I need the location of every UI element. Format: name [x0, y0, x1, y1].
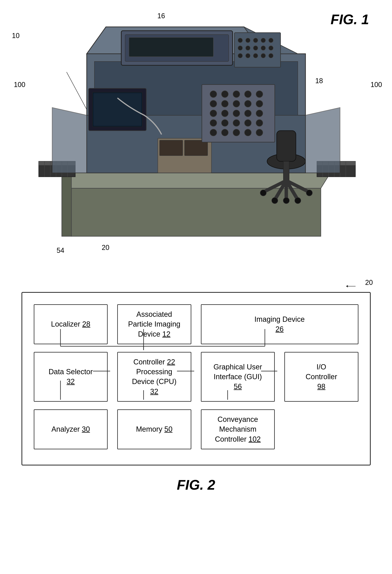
svg-point-71 [244, 129, 251, 136]
fig1-area: FIG. 1 10 12 16 18 20 54 100 100 [0, 0, 392, 273]
svg-point-40 [269, 53, 273, 58]
block-analyzer: Analyzer 30 [34, 409, 108, 449]
api-ref: 12 [162, 330, 170, 338]
localizer-ref: 28 [82, 320, 90, 328]
svg-point-56 [244, 100, 251, 107]
svg-point-62 [256, 110, 263, 117]
ref-10: 10 [12, 32, 19, 40]
svg-point-49 [222, 91, 228, 98]
svg-point-83 [272, 198, 278, 204]
dataselector-label: Data Selector32 [49, 367, 93, 387]
svg-marker-87 [305, 108, 340, 173]
imaging-ref: 26 [276, 325, 284, 333]
svg-point-50 [233, 91, 240, 98]
block-io-controller: I/OController98 [284, 352, 358, 402]
svg-point-31 [238, 46, 243, 50]
analyzer-label: Analyzer 30 [51, 424, 90, 434]
svg-rect-45 [160, 140, 183, 156]
svg-point-84 [295, 198, 301, 204]
dataselector-ref: 32 [67, 377, 75, 386]
analyzer-ref: 30 [82, 425, 90, 433]
svg-point-70 [233, 129, 240, 136]
svg-marker-90 [346, 285, 348, 287]
svg-point-69 [222, 129, 228, 136]
svg-point-33 [253, 46, 258, 50]
svg-point-63 [210, 120, 217, 126]
block-memory: Memory 50 [117, 409, 191, 449]
controller-ref1: 22 [167, 358, 175, 366]
svg-point-58 [210, 110, 217, 117]
svg-rect-24 [129, 38, 213, 57]
svg-point-61 [244, 110, 251, 117]
memory-ref: 50 [165, 425, 172, 433]
block-api-device: AssociatedParticle ImagingDevice 12 [117, 304, 191, 344]
ref-20-arrow [346, 282, 357, 290]
block-diagram: Localizer 28 AssociatedParticle ImagingD… [34, 304, 358, 449]
svg-point-32 [246, 46, 250, 50]
api-label: AssociatedParticle ImagingDevice 12 [128, 309, 180, 339]
svg-point-85 [283, 198, 289, 204]
gui-label: Graphical UserInterface (GUI)56 [214, 362, 262, 392]
svg-point-53 [210, 100, 217, 107]
svg-point-72 [256, 129, 263, 136]
svg-point-81 [260, 190, 266, 196]
block-gui: Graphical UserInterface (GUI)56 [201, 352, 275, 402]
svg-point-35 [269, 46, 273, 50]
svg-point-57 [256, 100, 263, 107]
conveyance-label: ConveyanceMechanismController 102 [215, 414, 261, 444]
svg-point-27 [246, 38, 250, 43]
conveyance-ref: 102 [248, 435, 261, 443]
svg-rect-46 [185, 140, 208, 156]
svg-point-82 [306, 190, 312, 196]
localizer-label: Localizer 28 [51, 319, 90, 329]
block-localizer: Localizer 28 [34, 304, 108, 344]
svg-marker-2 [62, 173, 71, 236]
svg-point-65 [233, 120, 240, 126]
svg-point-55 [233, 100, 240, 107]
controller-ref2: 32 [150, 388, 158, 395]
svg-point-52 [256, 91, 263, 98]
svg-marker-0 [71, 188, 321, 236]
svg-point-48 [210, 91, 217, 98]
svg-point-64 [222, 120, 228, 126]
block-diagram-container: Localizer 28 AssociatedParticle ImagingD… [21, 292, 371, 466]
svg-line-86 [67, 72, 87, 109]
svg-point-51 [244, 91, 251, 98]
svg-point-68 [210, 129, 217, 136]
svg-rect-75 [283, 161, 289, 181]
ref-100b: 100 [371, 81, 382, 89]
svg-point-38 [253, 53, 258, 58]
svg-point-54 [222, 100, 228, 107]
gui-ref: 56 [234, 383, 242, 390]
block-controller: Controller 22 ProcessingDevice (CPU)32 [117, 352, 191, 402]
block-conveyance: ConveyanceMechanismController 102 [201, 409, 275, 449]
svg-rect-74 [277, 131, 296, 161]
svg-point-59 [222, 110, 228, 117]
block-data-selector: Data Selector32 [34, 352, 108, 402]
svg-point-39 [261, 53, 265, 58]
svg-point-60 [233, 110, 240, 117]
imaging-label: Imaging Device26 [254, 314, 305, 334]
svg-point-37 [246, 53, 250, 58]
svg-point-26 [238, 38, 243, 43]
svg-point-66 [244, 120, 251, 126]
fig2-area: 20 Localizer 28 AssociatedParticle Imagi… [0, 273, 392, 500]
fig2-label: FIG. 2 [177, 477, 215, 493]
svg-point-67 [256, 120, 263, 126]
svg-point-36 [238, 53, 243, 58]
ref-20-fig2: 20 [365, 279, 373, 287]
ref-100a: 100 [14, 81, 25, 89]
svg-point-29 [261, 38, 265, 43]
io-label: I/OController98 [305, 362, 337, 392]
svg-point-34 [261, 46, 265, 50]
memory-label: Memory 50 [136, 424, 172, 434]
svg-marker-88 [52, 108, 87, 173]
controller-label: Controller 22 ProcessingDevice (CPU)32 [132, 357, 177, 396]
svg-point-28 [253, 38, 258, 43]
machine-illustration [33, 15, 359, 261]
io-ref: 98 [317, 383, 325, 390]
block-imaging-device: Imaging Device26 [201, 304, 358, 344]
svg-point-30 [269, 38, 273, 43]
